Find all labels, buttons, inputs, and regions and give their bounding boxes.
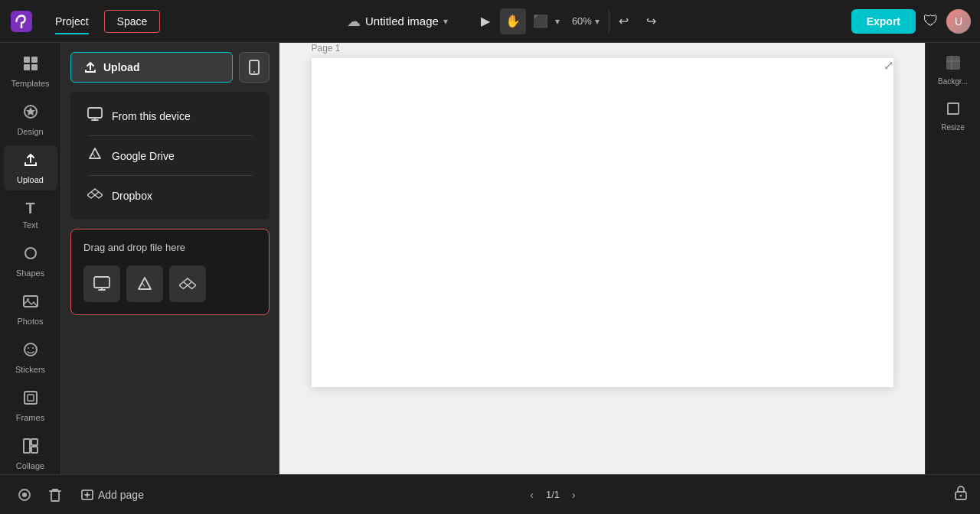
upload-options-list: From this device Google Drive	[70, 92, 270, 220]
device-option-label: From this device	[112, 110, 191, 122]
svg-rect-17	[31, 447, 38, 453]
sidebar-item-frames[interactable]: Frames	[4, 383, 57, 428]
sidebar-item-templates[interactable]: Templates	[4, 49, 57, 94]
sidebar-item-text[interactable]: T Text	[4, 194, 57, 236]
toolbar-separator	[609, 10, 609, 33]
svg-point-1	[21, 26, 23, 28]
background-icon	[946, 55, 961, 74]
sidebar-item-photos[interactable]: Photos	[4, 287, 57, 332]
title-chevron-icon: ▾	[443, 16, 448, 27]
svg-point-12	[32, 347, 34, 349]
upload-option-device[interactable]: From this device	[80, 98, 260, 134]
svg-rect-0	[11, 11, 32, 32]
next-page-button[interactable]: ›	[566, 486, 582, 504]
prev-page-button[interactable]: ‹	[524, 486, 540, 504]
frames-label: Frames	[16, 413, 44, 422]
user-avatar[interactable]: U	[946, 9, 971, 34]
page-label: Page 1	[312, 43, 341, 54]
drag-device-button[interactable]	[83, 265, 120, 302]
zoom-level-label: 60%	[572, 15, 592, 27]
bottom-left: Add page	[12, 483, 152, 507]
add-page-label: Add page	[98, 489, 144, 501]
sidebar-item-design[interactable]: Design	[4, 97, 57, 142]
stickers-label: Stickers	[15, 365, 45, 374]
upload-main-button[interactable]: Upload	[70, 52, 233, 83]
collage-label: Collage	[16, 461, 44, 470]
hand-tool-button[interactable]: ✋	[500, 8, 526, 34]
google-drive-icon	[87, 147, 103, 164]
drag-drop-area[interactable]: Drag and drop file here	[70, 229, 270, 315]
left-sidebar: Templates Design Upload T	[0, 43, 61, 474]
svg-rect-2	[24, 57, 30, 63]
top-bar: Project Space ☁ Untitled image ▾ ▶ ✋ ⬛ ▾…	[0, 0, 980, 43]
trash-button[interactable]	[43, 483, 67, 507]
redo-button[interactable]: ↪	[639, 8, 665, 34]
option-divider-1	[87, 135, 253, 136]
zoom-control[interactable]: 60% ▾	[564, 12, 607, 30]
svg-rect-13	[24, 392, 37, 404]
background-label: Backgr...	[938, 77, 968, 86]
svg-point-28	[960, 495, 962, 497]
sidebar-item-shapes[interactable]: Shapes	[4, 239, 57, 284]
templates-icon	[22, 55, 39, 76]
add-page-icon	[81, 489, 93, 501]
drag-dropbox-button[interactable]	[169, 265, 206, 302]
phone-icon	[248, 60, 260, 75]
svg-rect-22	[946, 56, 960, 70]
export-button[interactable]: Export	[851, 9, 916, 34]
canvas-page[interactable]	[312, 58, 893, 387]
right-panel-background[interactable]: Backgr...	[929, 49, 978, 92]
svg-rect-14	[28, 395, 34, 401]
svg-rect-4	[24, 64, 30, 70]
canvas-scroll[interactable]: Page 1 ⤢	[279, 43, 925, 474]
toolbar-icons: ▶ ✋ ⬛ ▾ 60% ▾ ↩ ↪	[472, 8, 665, 34]
drag-gdrive-button[interactable]	[126, 265, 163, 302]
photos-icon	[22, 293, 39, 314]
svg-rect-15	[24, 439, 30, 453]
right-panel-resize[interactable]: Resize	[929, 95, 978, 138]
svg-rect-16	[31, 439, 38, 445]
cloud-upload-icon: ☁	[347, 13, 361, 30]
shield-icon[interactable]: 🛡	[923, 12, 939, 30]
svg-rect-5	[31, 64, 38, 70]
main-area: Templates Design Upload T	[0, 43, 980, 474]
drag-drop-text: Drag and drop file here	[83, 242, 185, 253]
upload-btn-label: Upload	[103, 61, 139, 73]
svg-rect-23	[948, 103, 959, 114]
app-logo[interactable]	[9, 9, 34, 34]
bottom-bar: Add page ‹ 1/1 ›	[0, 474, 980, 514]
canvas-area: Page 1 ⤢	[279, 43, 925, 474]
expand-canvas-icon[interactable]: ⤢	[884, 58, 893, 73]
option-divider-2	[87, 175, 253, 176]
frame-chevron-icon: ▾	[555, 16, 560, 27]
undo-button[interactable]: ↩	[611, 8, 637, 34]
resize-label: Resize	[941, 123, 965, 132]
page-wrapper: Page 1 ⤢	[312, 58, 893, 387]
pointer-tool-button[interactable]: ▶	[472, 8, 498, 34]
sidebar-item-collage[interactable]: Collage	[4, 431, 57, 474]
sidebar-item-upload[interactable]: Upload	[4, 145, 57, 190]
tab-project[interactable]: Project	[43, 10, 101, 33]
doc-title-area[interactable]: ☁ Untitled image ▾	[347, 13, 448, 30]
upload-option-dropbox[interactable]: Dropbox	[80, 177, 260, 213]
tab-space[interactable]: Space	[104, 10, 161, 33]
document-title[interactable]: Untitled image	[365, 15, 439, 28]
text-icon: T	[25, 200, 34, 217]
zoom-chevron-icon: ▾	[595, 16, 599, 27]
resize-icon	[946, 101, 961, 120]
svg-rect-20	[88, 108, 102, 118]
design-icon	[22, 103, 39, 124]
page-counter: 1/1	[546, 489, 560, 500]
add-page-button[interactable]: Add page	[74, 484, 152, 506]
top-bar-left: Project Space	[9, 9, 160, 34]
right-panel: Backgr... Resize	[925, 43, 980, 474]
phone-upload-button[interactable]	[239, 52, 270, 83]
sidebar-item-stickers[interactable]: Stickers	[4, 335, 57, 380]
snap-button[interactable]	[12, 483, 37, 507]
upload-option-gdrive[interactable]: Google Drive	[80, 138, 260, 174]
lock-button[interactable]	[954, 485, 968, 504]
stickers-icon	[22, 341, 39, 362]
frame-tool-button[interactable]: ⬛	[528, 8, 554, 34]
svg-point-7	[25, 248, 36, 259]
dropbox-option-label: Dropbox	[112, 190, 152, 202]
